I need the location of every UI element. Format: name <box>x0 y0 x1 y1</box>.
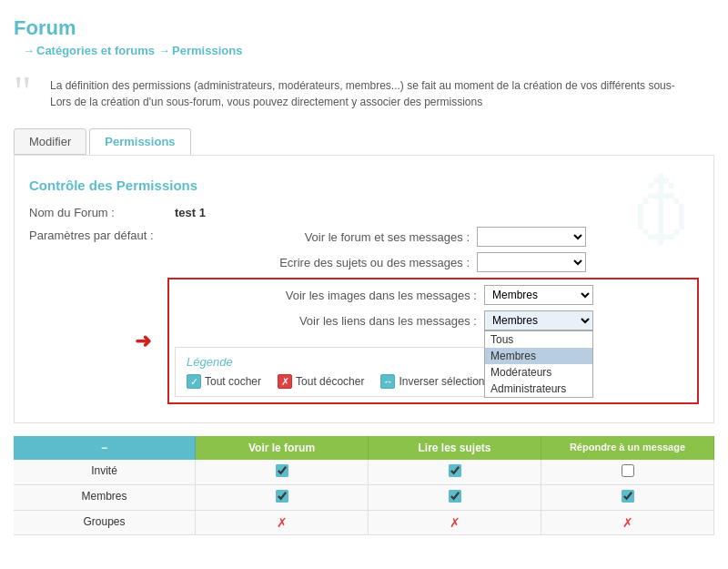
perm-select-1[interactable]: Tous Membres Modérateurs Administrateurs <box>477 252 586 272</box>
legend-item-cocher[interactable]: ✓ Tout cocher <box>187 374 261 389</box>
grid-cell-groupes-repondre: ✗ <box>541 511 714 534</box>
grid-header-lire-sujets: Lire les sujets <box>369 436 541 460</box>
grid-cell-membres-repondre <box>541 485 714 510</box>
breadcrumb: → Catégories et forums → Permissions <box>23 44 714 57</box>
perm-label-3: Voir les liens dans les messages : <box>175 314 484 328</box>
legend-label-decocher: Tout décocher <box>296 375 364 388</box>
grid-cell-groupes-label: Groupes <box>14 511 196 534</box>
grid-cell-membres-voir <box>196 485 369 510</box>
forum-name-value: test 1 <box>175 206 206 219</box>
grid-cell-invite-lire <box>369 460 541 484</box>
grid-cell-invite-repondre <box>541 460 714 484</box>
breadcrumb-permissions[interactable]: Permissions <box>172 44 242 57</box>
tab-list: Modifier Permissions <box>14 128 714 155</box>
checkbox-invite-lire[interactable] <box>449 464 461 477</box>
header-section: Forum → Catégories et forums → Permissio… <box>14 9 714 61</box>
grid-cell-membres-lire <box>369 485 541 510</box>
perm-row-3: Voir les liens dans les messages : Membr… <box>175 310 692 330</box>
info-box: " La définition des permissions (adminis… <box>14 70 714 117</box>
grid-row-membres: Membres <box>14 485 714 511</box>
checkbox-membres-voir[interactable] <box>276 490 288 503</box>
highlight-permissions-box: ➜ Voir les images dans les messages : Me… <box>167 278 699 404</box>
checkbox-membres-lire[interactable] <box>449 490 461 503</box>
perm-row-1: Ecrire des sujets ou des messages : Tous… <box>167 252 699 272</box>
perm-label-0: Voir le forum et ses messages : <box>167 230 477 244</box>
legend-title: Légende <box>187 355 484 369</box>
legend-item-inverser[interactable]: ↔ Inverser sélection <box>380 374 484 389</box>
dropdown-option-moderateurs[interactable]: Modérateurs <box>485 364 592 381</box>
nom-du-forum-row: Nom du Forum : test 1 <box>29 206 699 219</box>
legend-label-cocher: Tout cocher <box>205 375 261 388</box>
info-line-2: Lors de la création d'un sous-forum, vou… <box>50 94 705 110</box>
grid-header-voir-forum: Voir le forum <box>196 436 369 460</box>
tab-modifier[interactable]: Modifier <box>14 128 86 155</box>
breadcrumb-arrow-2: → <box>158 44 170 57</box>
perm-select-0[interactable]: Tous Membres Modérateurs Administrateurs <box>477 227 586 247</box>
checkbox-membres-repondre[interactable] <box>622 490 634 503</box>
section-title: Contrôle des Permissions <box>29 178 699 197</box>
perm-dropdown-open-3: Membres Tous Modérateurs Administrateurs… <box>484 310 593 330</box>
legend-label-inverser: Inverser sélection <box>399 375 484 388</box>
grid-cell-invite-label: Invité <box>14 460 196 484</box>
perm-label-2: Voir les images dans les messages : <box>175 289 484 302</box>
legend-items: ✓ Tout cocher ✗ Tout décocher ↔ Inverser… <box>187 374 484 389</box>
icon-groupes-repondre: ✗ <box>622 515 633 530</box>
grid-header-col-minus: − <box>14 436 196 460</box>
dropdown-option-administrateurs[interactable]: Administrateurs <box>485 381 592 397</box>
perm-select-3[interactable]: Membres Tous Modérateurs Administrateurs <box>484 310 593 330</box>
breadcrumb-arrow-1: → <box>23 44 35 57</box>
grid-row-groupes: Groupes ✗ ✗ ✗ <box>14 511 714 535</box>
dropdown-option-membres[interactable]: Membres <box>485 348 592 364</box>
grid-header-repondre: Répondre à un message <box>541 436 714 460</box>
breadcrumb-categories[interactable]: Catégories et forums <box>36 44 155 57</box>
tabs-section: Modifier Permissions <box>14 128 714 155</box>
grid-cell-invite-voir <box>196 460 369 484</box>
dropdown-list-open: Tous Membres Modérateurs Administrateurs <box>484 330 593 398</box>
icon-groupes-lire: ✗ <box>450 515 460 530</box>
legend-item-decocher[interactable]: ✗ Tout décocher <box>278 374 364 389</box>
nom-label: Nom du Forum : <box>29 206 175 219</box>
legend-box: Légende ✓ Tout cocher ✗ Tout décocher <box>175 347 496 397</box>
tab-permissions[interactable]: Permissions <box>89 128 190 155</box>
perm-row-2: Voir les images dans les messages : Memb… <box>175 285 692 305</box>
perm-label-1: Ecrire des sujets ou des messages : <box>167 256 477 269</box>
checkbox-invite-voir[interactable] <box>276 464 288 477</box>
perm-row-0: Voir le forum et ses messages : Tous Mem… <box>167 227 699 247</box>
grid-row-invite: Invité <box>14 460 714 485</box>
perm-select-2[interactable]: Membres Tous Modérateurs Administrateurs <box>484 285 593 305</box>
grid-cell-membres-label: Membres <box>14 485 196 510</box>
checkbox-invite-repondre[interactable] <box>622 464 634 477</box>
grid-cell-groupes-lire: ✗ <box>369 511 541 534</box>
info-text: La définition des permissions (administr… <box>50 77 705 110</box>
icon-groupes-voir: ✗ <box>277 515 288 530</box>
info-line-1: La définition des permissions (administr… <box>50 77 705 94</box>
legend-container: Légende ✓ Tout cocher ✗ Tout décocher <box>175 340 692 397</box>
invert-icon: ↔ <box>380 374 395 389</box>
grid-header: − Voir le forum Lire les sujets Répondre… <box>14 436 714 460</box>
permissions-grid: − Voir le forum Lire les sujets Répondre… <box>14 436 714 535</box>
params-row: Paramètres par défaut : Voir le forum et… <box>29 227 699 404</box>
params-content: Voir le forum et ses messages : Tous Mem… <box>167 227 699 404</box>
page-title: Forum <box>14 16 714 40</box>
quote-decoration: " <box>14 70 32 114</box>
params-label: Paramètres par défaut : <box>29 227 157 242</box>
uncheck-icon: ✗ <box>278 374 292 389</box>
red-arrow-icon: ➜ <box>135 330 151 353</box>
form-section: ⦽ Contrôle des Permissions Nom du Forum … <box>14 155 714 423</box>
check-icon: ✓ <box>187 374 201 389</box>
dropdown-option-tous[interactable]: Tous <box>485 331 592 348</box>
grid-cell-groupes-voir: ✗ <box>196 511 369 534</box>
